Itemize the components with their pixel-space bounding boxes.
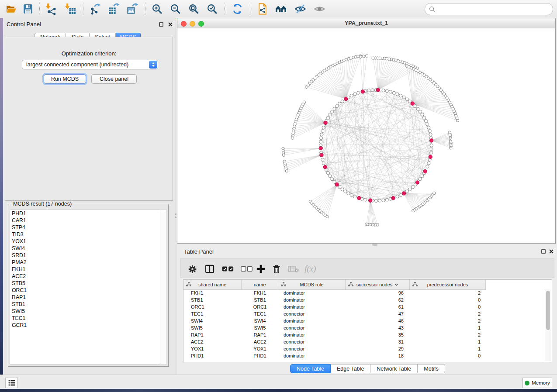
column-header-name[interactable]: name <box>242 280 278 289</box>
mcds-node[interactable] <box>423 169 427 173</box>
graph-node[interactable] <box>396 195 399 198</box>
mcds-node[interactable] <box>357 196 361 200</box>
graph-node[interactable] <box>433 192 436 194</box>
table-row[interactable]: FKH1FKH1dominator962 <box>183 289 545 296</box>
close-panel-button-2[interactable]: Close panel <box>91 74 137 84</box>
network-graph[interactable] <box>177 28 555 243</box>
delete-column-button[interactable] <box>272 262 281 275</box>
mcds-node[interactable] <box>411 102 414 105</box>
graph-node[interactable] <box>362 55 365 58</box>
mcds-node[interactable] <box>320 153 323 157</box>
graph-node[interactable] <box>329 113 332 116</box>
graph-node[interactable] <box>338 102 341 105</box>
graph-node[interactable] <box>414 105 417 108</box>
mcds-result-item[interactable]: SWI4 <box>10 245 160 252</box>
graph-node[interactable] <box>405 98 408 101</box>
table-row[interactable]: STB1STB1dominator620 <box>183 296 545 303</box>
export-table-button[interactable] <box>106 2 121 15</box>
graph-node[interactable] <box>392 91 395 94</box>
graph-node[interactable] <box>350 94 353 97</box>
graph-node[interactable] <box>402 96 405 99</box>
graph-node[interactable] <box>326 116 329 119</box>
graph-node[interactable] <box>430 144 433 147</box>
graph-node[interactable] <box>372 57 374 59</box>
mcds-result-item[interactable]: STB1 <box>10 301 160 308</box>
graph-node[interactable] <box>424 119 427 122</box>
export-network-button[interactable] <box>87 2 102 15</box>
graph-node[interactable] <box>320 137 323 140</box>
table-scrollbar[interactable] <box>545 289 551 361</box>
column-header-MCDS-role[interactable]: MCDS role <box>278 280 346 289</box>
mcds-node[interactable] <box>429 155 432 158</box>
graph-node[interactable] <box>321 130 324 133</box>
table-row[interactable]: SWI5SWI5connector431 <box>183 324 545 331</box>
graph-node[interactable] <box>333 180 336 183</box>
table-row[interactable]: SWI4SWI4dominator462 <box>183 317 545 324</box>
graph-node[interactable] <box>374 199 377 202</box>
graph-node[interactable] <box>341 100 344 103</box>
graph-node[interactable] <box>359 55 362 58</box>
mcds-result-item[interactable]: SWI5 <box>10 308 160 315</box>
mcds-result-item[interactable]: TID3 <box>10 231 160 238</box>
graph-node[interactable] <box>365 55 368 57</box>
graph-node[interactable] <box>416 107 419 110</box>
graph-node[interactable] <box>326 215 329 218</box>
mcds-result-item[interactable]: ACE2 <box>10 273 160 280</box>
graph-node[interactable] <box>399 94 402 97</box>
close-table-panel-button[interactable] <box>548 248 554 254</box>
network-canvas[interactable] <box>177 28 555 243</box>
export-image-button[interactable] <box>125 2 140 15</box>
graph-node[interactable] <box>364 198 367 201</box>
tab-edge-table[interactable]: Edge Table <box>331 364 370 373</box>
graph-node[interactable] <box>422 116 426 119</box>
graph-node[interactable] <box>428 130 431 133</box>
graph-node[interactable] <box>322 126 325 129</box>
save-session-button[interactable] <box>20 2 35 15</box>
table-row[interactable]: RAP1RAP1dominator352 <box>183 331 545 338</box>
mcds-node[interactable] <box>361 90 364 93</box>
graph-node[interactable] <box>419 110 422 113</box>
graph-node[interactable] <box>376 224 379 226</box>
zoom-out-button[interactable] <box>168 2 183 15</box>
tab-node-table[interactable]: Node Table <box>290 364 331 373</box>
graph-node[interactable] <box>429 133 432 136</box>
column-header-predecessor-nodes[interactable]: predecessor nodes <box>410 280 486 289</box>
mcds-result-item[interactable]: FKH1 <box>10 266 160 273</box>
graph-node[interactable] <box>331 178 334 181</box>
memory-button[interactable]: Memory <box>522 378 552 388</box>
graph-node[interactable] <box>427 162 430 165</box>
show-columns-button[interactable] <box>205 262 214 275</box>
graph-node[interactable] <box>331 110 334 113</box>
graph-node[interactable] <box>405 65 408 67</box>
mcds-node[interactable] <box>319 146 322 150</box>
graph-node[interactable] <box>396 93 399 96</box>
zoom-fit-button[interactable] <box>186 2 201 15</box>
table-row[interactable]: ORC1ORC1dominator610 <box>183 303 545 310</box>
tab-motifs[interactable]: Motifs <box>418 364 445 373</box>
function-builder-button[interactable]: f(x) <box>304 262 316 275</box>
mcds-node[interactable] <box>429 139 433 142</box>
open-session-button[interactable] <box>3 2 18 15</box>
graph-node[interactable] <box>338 186 341 189</box>
table-row[interactable]: ACE2ACE2connector311 <box>183 338 545 345</box>
mcds-result-item[interactable]: STP4 <box>10 224 160 231</box>
show-all-button[interactable] <box>312 2 327 15</box>
graph-node[interactable] <box>291 137 294 139</box>
mcds-node[interactable] <box>415 181 419 184</box>
graph-node[interactable] <box>408 188 412 191</box>
mcds-result-item[interactable]: TEC1 <box>10 315 160 322</box>
graph-node[interactable] <box>322 162 325 165</box>
table-row[interactable]: TEC1TEC1connector472 <box>183 310 545 317</box>
graph-node[interactable] <box>411 186 414 189</box>
delete-table-button[interactable] <box>288 262 299 275</box>
import-network-button[interactable] <box>44 2 59 15</box>
mcds-result-item[interactable]: RAP1 <box>10 294 160 301</box>
import-table-button[interactable] <box>63 2 78 15</box>
mcds-result-item[interactable]: YOX1 <box>10 238 160 245</box>
graph-node[interactable] <box>367 89 370 92</box>
graph-node[interactable] <box>319 140 322 143</box>
search-input[interactable] <box>439 6 549 13</box>
column-header-shared-name[interactable]: shared name <box>183 280 242 289</box>
graph-node[interactable] <box>353 195 356 198</box>
mcds-result-item[interactable]: GCR1 <box>10 322 160 329</box>
